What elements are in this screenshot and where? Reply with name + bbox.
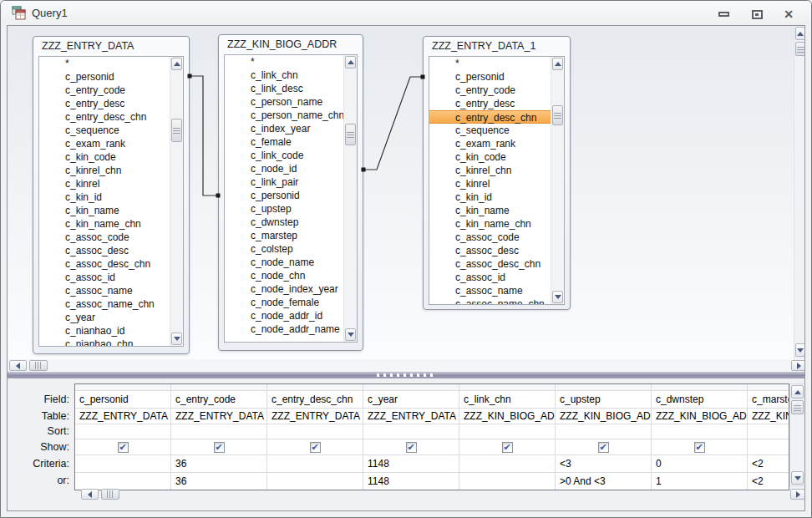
pane-splitter[interactable] <box>8 372 805 378</box>
field-item[interactable]: c_kin_name <box>39 204 183 217</box>
field-item[interactable]: c_kin_name_chn <box>39 217 183 231</box>
field-item[interactable]: c_link_code <box>225 149 357 162</box>
show-cell[interactable] <box>748 439 789 455</box>
field-item[interactable]: c_assoc_name_chn <box>429 297 564 305</box>
column-selector[interactable] <box>556 384 651 391</box>
scroll-up-button[interactable] <box>345 56 356 69</box>
field-item[interactable]: c_nianhao_chn <box>39 338 183 347</box>
scroll-down-button[interactable] <box>345 328 356 341</box>
show-cell[interactable]: ✔ <box>75 439 170 455</box>
field-item[interactable]: c_assoc_desc_chn <box>429 257 564 271</box>
field-item[interactable]: c_exam_rank <box>39 137 183 150</box>
sort-cell[interactable] <box>459 424 555 439</box>
sort-cell[interactable] <box>75 424 170 439</box>
scrollbar-thumb[interactable] <box>171 119 182 142</box>
field-item[interactable]: c_kinrel <box>429 177 564 190</box>
field-item[interactable]: c_entry_code <box>39 84 183 97</box>
column-selector[interactable] <box>363 384 459 391</box>
field-item[interactable]: c_node_id <box>225 162 357 175</box>
scroll-down-button[interactable] <box>791 471 804 485</box>
table-cell[interactable]: ZZZ_ENTRY_DATA <box>363 409 459 424</box>
show-checkbox[interactable]: ✔ <box>214 442 225 453</box>
field-item[interactable]: c_link_pair <box>225 175 357 189</box>
or-cell[interactable]: 1 <box>652 473 747 490</box>
field-item[interactable]: c_assoc_name_chn <box>39 297 183 311</box>
table-cell[interactable]: ZZZ_ENTRY_DATA <box>171 409 266 424</box>
or-cell[interactable]: 1148 <box>363 473 459 490</box>
scroll-left-button[interactable] <box>81 489 99 500</box>
field-list-title[interactable]: ZZZ_ENTRY_DATA <box>33 37 189 55</box>
field-item[interactable]: c_link_chn <box>225 69 357 82</box>
or-cell[interactable]: <2 <box>748 473 789 490</box>
sort-cell[interactable] <box>556 424 651 439</box>
field-item[interactable]: c_kin_name <box>429 204 564 217</box>
table-cell[interactable]: ZZZ_KIN_BIOG_ADDR <box>556 409 651 424</box>
scrollbar-thumb[interactable] <box>795 42 805 56</box>
column-selector[interactable] <box>75 384 170 391</box>
field-item[interactable]: c_sequence <box>429 124 564 137</box>
show-checkbox[interactable]: ✔ <box>598 442 609 453</box>
field-item[interactable]: c_exam_rank <box>429 137 564 150</box>
field-list-scrollbar[interactable] <box>551 57 564 304</box>
diagram-horizontal-scrollbar[interactable] <box>8 359 805 372</box>
field-item[interactable]: c_entry_code <box>429 84 564 97</box>
criteria-cell[interactable] <box>75 455 170 473</box>
field-item[interactable]: c_personid <box>39 70 183 84</box>
close-button[interactable]: ✕ <box>778 8 799 21</box>
scroll-down-button[interactable] <box>552 291 563 303</box>
or-cell[interactable] <box>75 473 170 490</box>
scroll-right-button[interactable] <box>791 360 805 371</box>
scroll-down-button[interactable] <box>795 343 805 357</box>
field-item[interactable]: c_kin_name_chn <box>429 217 564 231</box>
field-cell[interactable]: c_upstep <box>556 391 651 409</box>
table-cell[interactable]: ZZZ_KIN_BIOG_ADDR <box>459 409 555 424</box>
field-list-title[interactable]: ZZZ_ENTRY_DATA_1 <box>424 37 570 55</box>
sort-cell[interactable] <box>363 424 459 439</box>
scroll-left-button[interactable] <box>9 360 27 371</box>
field-item[interactable]: c_entry_desc <box>429 97 564 110</box>
field-item[interactable]: c_kin_code <box>429 150 564 164</box>
sort-cell[interactable] <box>652 424 747 439</box>
join-line[interactable] <box>188 74 221 198</box>
criteria-cell[interactable]: 0 <box>652 455 747 473</box>
field-item[interactable]: c_dwnstep <box>225 216 357 229</box>
scroll-up-button[interactable] <box>552 58 563 70</box>
field-item[interactable]: c_kinrel <box>39 177 183 190</box>
column-selector[interactable] <box>652 384 747 391</box>
field-list-scrollbar[interactable] <box>170 57 183 346</box>
diagram-vertical-scrollbar[interactable] <box>794 26 805 359</box>
field-cell[interactable]: c_year <box>363 391 459 409</box>
column-selector[interactable] <box>459 384 555 391</box>
field-item[interactable]: c_assoc_id <box>429 271 564 284</box>
field-item[interactable]: c_person_name <box>225 95 357 109</box>
field-item[interactable]: c_kin_id <box>429 190 564 204</box>
field-item[interactable]: c_index_year <box>225 122 357 135</box>
field-list-scrollbar[interactable] <box>343 55 357 342</box>
table-cell[interactable]: ZZZ_ENTRY_DATA <box>75 409 170 424</box>
sort-cell[interactable] <box>748 424 789 439</box>
scroll-right-button[interactable] <box>790 489 805 500</box>
field-item[interactable]: c_assoc_code <box>429 231 564 244</box>
criteria-cell[interactable]: <3 <box>556 455 651 473</box>
field-item[interactable]: c_sequence <box>39 124 183 137</box>
field-item[interactable]: c_assoc_code <box>39 231 183 244</box>
scroll-up-button[interactable] <box>171 58 182 70</box>
field-list-card[interactable]: ZZZ_ENTRY_DATA_1*c_personidc_entry_codec… <box>423 36 571 310</box>
titlebar[interactable]: Query1 ✕ <box>1 1 811 25</box>
scrollbar-thumb[interactable] <box>345 124 356 145</box>
field-list-card[interactable]: ZZZ_KIN_BIOG_ADDR*c_link_chnc_link_descc… <box>218 34 363 351</box>
show-checkbox[interactable]: ✔ <box>406 442 417 453</box>
field-item[interactable]: c_assoc_desc <box>39 244 183 257</box>
field-item[interactable]: c_nianhao_id <box>39 324 183 338</box>
field-item[interactable]: c_upstep <box>225 202 357 216</box>
show-cell[interactable]: ✔ <box>459 439 555 455</box>
scrollbar-thumb[interactable] <box>29 360 48 371</box>
field-list-card[interactable]: ZZZ_ENTRY_DATA*c_personidc_entry_codec_e… <box>33 36 190 354</box>
field-item[interactable]: c_assoc_name <box>39 284 183 297</box>
field-item[interactable]: c_assoc_desc_chn <box>39 257 183 271</box>
field-cell[interactable]: c_entry_desc_chn <box>267 391 363 409</box>
field-item[interactable]: c_node_name <box>225 256 357 269</box>
join-line[interactable] <box>362 75 425 172</box>
show-cell[interactable]: ✔ <box>556 439 651 455</box>
show-cell[interactable]: ✔ <box>267 439 363 455</box>
